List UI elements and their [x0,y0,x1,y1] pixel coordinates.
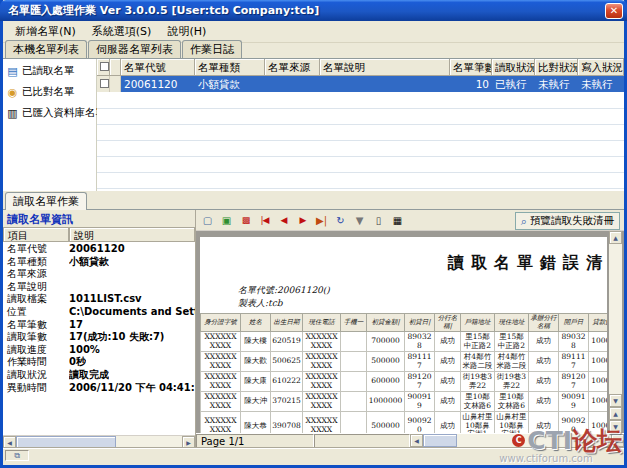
tab-job-log[interactable]: 作業日誌 [182,40,242,58]
close-button[interactable]: ✕ [605,3,623,19]
cell-read-status: 已執行 [492,76,535,92]
col-list-source[interactable]: 名單來源 [265,59,320,76]
scroll-up-icon[interactable]: ▲ [609,231,622,244]
report-col-header: 開戶日 [559,314,589,332]
info-row: 名單說明 [3,281,195,294]
cell-handling-branch: 成功 [529,332,559,352]
report-col-header: 手機一 [341,314,367,332]
row-checkbox[interactable] [97,76,110,92]
report-row: XXXXXXXXXX 陳大康 610222 XXXXXXXXXX 600000 … [201,372,608,392]
view-actual-size-icon[interactable]: ▢ [199,212,216,228]
menu-system-options[interactable]: 系統選項(S) [84,21,160,42]
cell-mobile [341,372,367,392]
col-read-status[interactable]: 讀取狀況 [492,59,535,76]
list-grid: 名單代號 名單種類 名單來源 名單說明 名單筆數 讀取狀況 比對狀況 寫入狀況 … [97,59,624,191]
info-key: 位置 [3,306,69,319]
info-value: 小額貸款 [69,256,109,269]
info-value: C:\Documents and Settings [69,306,195,319]
cell-handling-branch: 成功 [529,412,559,434]
cell-birthdate: 620519 [271,332,303,352]
list-section: ▤ 已讀取名單 ◉ 已比對名單 ▥ 已匯入資料庫名單 名單代號 名單種類 名單來… [3,59,624,191]
save-icon[interactable]: ▼ [351,212,368,228]
next-page-icon[interactable]: ▶ [294,212,311,228]
report-row: XXXXXXXXXX 陳大沖 370215 XXXXXXXXXX 1000000… [201,392,608,412]
info-row: 讀取進度 100% [3,344,195,357]
col-list-type[interactable]: 名單種類 [195,59,265,76]
preview-horizontal-scrollbar[interactable]: ◀ ▶ [410,434,624,447]
info-value: 讀取完成 [69,369,109,382]
cell-loan-date: 900919 [405,392,435,412]
info-key: 名單代號 [3,243,69,256]
col-compare-status[interactable]: 比對狀況 [535,59,578,76]
cell-compare-status: 未執行 [535,76,578,92]
scroll-down-icon[interactable]: ▼ [609,394,622,407]
info-row: 作業時間 0秒 [3,356,195,369]
cell-open-date: 891207 [559,372,589,392]
page-setup-icon[interactable]: ▯ [370,212,387,228]
view-fit-width-icon[interactable]: ▩ [237,212,254,228]
tab-read-list-job[interactable]: 讀取名單作業 [5,192,87,210]
sidebar-item-imported-lists[interactable]: ▥ 已匯入資料庫名單 [4,104,95,122]
report-col-header: 姓名 [241,314,271,332]
tab-server-list[interactable]: 伺服器名單列表 [88,40,181,58]
cell-id: XXXXXXXXXX [201,372,241,392]
preview-vertical-scrollbar[interactable]: ▲ ▼ ▲ ▼ [609,231,622,433]
cell-phone: XXXXXXXXXX [303,412,341,434]
info-value: 0秒 [69,356,86,369]
scroll-thumb[interactable] [423,434,457,447]
info-horizontal-scrollbar[interactable]: ◀ ▶ [3,435,195,448]
app-statusbar: ⧉ [3,448,624,462]
report-col-header: 貸款餘額 [589,314,608,332]
preview-failed-list-button[interactable]: ⌕ 預覽讀取失敗清冊 [515,212,620,230]
work-tabbar: 讀取名單作業 [3,191,624,210]
view-fit-page-icon[interactable]: ▣ [218,212,235,228]
col-list-count[interactable]: 名單筆數 [450,59,492,76]
list-row-selected[interactable]: 20061120 小額貸款 10 已執行 未執行 未執行 [97,76,624,92]
cell-id: XXXXXXXXXX [201,352,241,372]
info-key: 名單說明 [3,281,69,294]
info-grid-header: 項目 說明 [3,227,195,242]
menu-add-list[interactable]: 新增名單(N) [7,21,84,42]
titlebar[interactable]: 名單匯入處理作業 Ver 3.0.0.5 [User:tcb Company:t… [0,0,627,21]
menu-help[interactable]: 說明(H) [159,21,214,42]
first-page-icon[interactable]: |◀ [256,212,273,228]
col-item[interactable]: 項目 [3,227,69,242]
print-icon[interactable]: ▦ [389,212,406,228]
refresh-icon[interactable]: ↻ [332,212,349,228]
select-all-checkbox[interactable] [97,59,110,76]
info-value: 20061120 [69,243,125,256]
info-value: 2006/11/20 下午 04:41:12 [69,382,195,395]
cell-registered-address: 街19巷3弄22 [461,372,495,392]
cell-id: XXXXXXXXXX [201,332,241,352]
scroll-right-icon[interactable]: ▶ [611,434,624,447]
col-list-desc[interactable]: 名單說明 [320,59,450,76]
checkbox-icon [100,62,109,71]
prev-page-icon[interactable]: ◀ [275,212,292,228]
cell-loan-amount: 700000 [367,332,405,352]
cell-id: XXXXXXXXXX [201,412,241,434]
next-page-scroll-icon[interactable]: ▼ [609,420,622,433]
network-status-icon: ⧉ [5,450,29,461]
cell-balance: 100000 [589,372,608,392]
list-grid-header: 名單代號 名單種類 名單來源 名單說明 名單筆數 讀取狀況 比對狀況 寫入狀況 [97,59,624,76]
app-window: 名單匯入處理作業 Ver 3.0.0.5 [User:tcb Company:t… [0,0,627,468]
col-write-status[interactable]: 寫入狀況 [578,59,624,76]
sidebar-item-compared-lists[interactable]: ◉ 已比對名單 [4,83,95,101]
cell-name: 陳大恭 [241,412,271,434]
report-col-header: 初貸金額| [367,314,405,332]
tab-local-list[interactable]: 本機名單列表 [5,40,87,58]
info-key: 讀取進度 [3,344,69,357]
scroll-left-icon[interactable]: ◀ [410,434,423,447]
sidebar-item-read-lists[interactable]: ▤ 已讀取名單 [4,62,95,80]
report-col-header: 初貸日| [405,314,435,332]
row-indicator-column [110,59,121,76]
col-list-code[interactable]: 名單代號 [121,59,195,76]
cell-phone: XXXXXXXXXX [303,372,341,392]
info-key: 名單來源 [3,268,69,281]
cell-current-address: 村4鄰竹米路二段 [495,352,529,372]
col-desc[interactable]: 說明 [69,227,195,242]
prev-page-scroll-icon[interactable]: ▲ [609,407,622,420]
info-rows: 名單代號 20061120 名單種類 小額貸款 名單來源 名單說明 [3,242,195,435]
info-key: 名單種類 [3,256,69,269]
last-page-icon[interactable]: ▶| [313,212,330,228]
